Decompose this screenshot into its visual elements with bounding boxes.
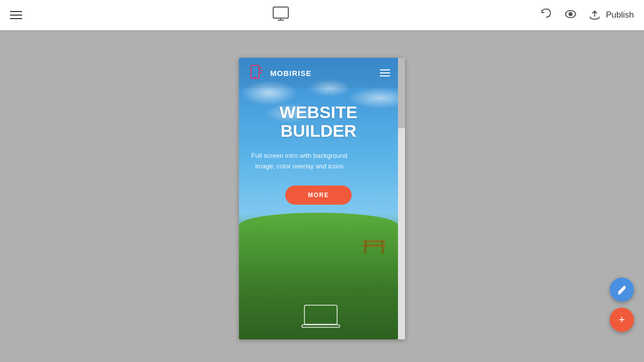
brand-logo: MOBIRISE (247, 63, 311, 82)
fab-edit-button[interactable] (610, 278, 634, 302)
monitor-icon[interactable] (272, 5, 290, 25)
svg-point-12 (255, 76, 256, 78)
canvas-area: MOBIRISE WEBSITE BUILDER Full screen int… (0, 30, 644, 362)
svg-rect-10 (381, 240, 383, 247)
publish-icon (588, 7, 602, 24)
preview-navbar: MOBIRISE (239, 58, 398, 88)
brand-name-text: MOBIRISE (270, 69, 311, 77)
scrollbar-thumb[interactable] (398, 58, 405, 128)
undo-icon[interactable] (539, 7, 553, 23)
svg-point-4 (569, 13, 572, 16)
mobile-preview-frame: MOBIRISE WEBSITE BUILDER Full screen int… (239, 58, 405, 339)
nav-menu-icon[interactable] (380, 69, 390, 76)
scrollbar[interactable] (398, 58, 405, 339)
publish-label: Publish (606, 10, 634, 20)
svg-line-15 (260, 72, 262, 73)
svg-rect-16 (304, 305, 337, 324)
svg-rect-0 (273, 7, 288, 18)
svg-rect-9 (365, 240, 367, 247)
eye-icon[interactable] (564, 7, 578, 23)
fab-add-button[interactable]: + (610, 308, 634, 332)
preview-content: MOBIRISE WEBSITE BUILDER Full screen int… (239, 58, 405, 339)
svg-rect-17 (302, 325, 340, 327)
bench-decoration (360, 236, 388, 256)
toolbar: Publish (0, 0, 644, 30)
add-icon: + (619, 314, 625, 325)
more-button[interactable]: MORE (285, 186, 352, 205)
toolbar-right: Publish (539, 7, 634, 24)
hero-subtitle: Full screen intro with background image,… (244, 151, 355, 172)
hero-title: WEBSITE BUILDER (244, 103, 393, 141)
toolbar-left (10, 11, 22, 19)
svg-line-13 (260, 67, 262, 68)
publish-button[interactable]: Publish (588, 7, 634, 24)
menu-icon[interactable] (10, 11, 22, 19)
svg-rect-8 (382, 247, 384, 254)
laptop-hint (299, 303, 345, 330)
svg-rect-7 (364, 247, 366, 254)
toolbar-center (272, 5, 290, 25)
